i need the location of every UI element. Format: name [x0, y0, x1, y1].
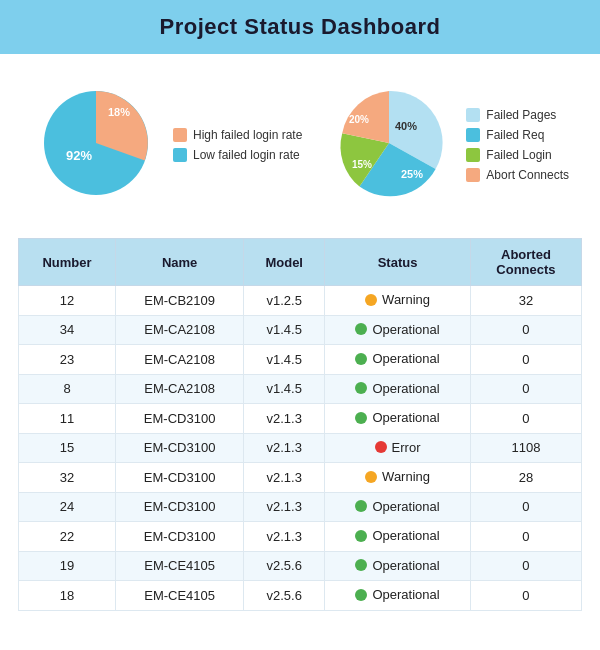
- cell-number: 24: [19, 492, 116, 522]
- cell-name: EM-CE4105: [116, 551, 244, 581]
- page-title: Project Status Dashboard: [0, 0, 600, 54]
- status-dot: [365, 471, 377, 483]
- status-label: Operational: [372, 351, 439, 366]
- cell-model: v2.1.3: [244, 522, 325, 552]
- table-row: 32 EM-CD3100 v2.1.3 Warning 28: [19, 463, 582, 493]
- status-dot: [355, 589, 367, 601]
- cell-name: EM-CD3100: [116, 404, 244, 434]
- cell-aborted: 1108: [470, 433, 581, 463]
- cell-name: EM-CD3100: [116, 433, 244, 463]
- cell-status: Operational: [325, 492, 471, 522]
- col-aborted: AbortedConnects: [470, 239, 581, 286]
- status-table: Number Name Model Status AbortedConnects…: [18, 238, 582, 611]
- col-model: Model: [244, 239, 325, 286]
- cell-number: 15: [19, 433, 116, 463]
- table-row: 23 EM-CA2108 v1.4.5 Operational 0: [19, 345, 582, 375]
- table-row: 24 EM-CD3100 v2.1.3 Operational 0: [19, 492, 582, 522]
- cell-aborted: 32: [470, 286, 581, 316]
- svg-text:25%: 25%: [401, 168, 423, 180]
- legend-label-low-failed: Low failed login rate: [193, 148, 300, 162]
- cell-name: EM-CE4105: [116, 581, 244, 611]
- cell-status: Warning: [325, 286, 471, 316]
- table-row: 18 EM-CE4105 v2.5.6 Operational 0: [19, 581, 582, 611]
- cell-number: 18: [19, 581, 116, 611]
- cell-name: EM-CA2108: [116, 315, 244, 345]
- col-name: Name: [116, 239, 244, 286]
- legend-item-failed-login: Failed Login: [466, 148, 569, 162]
- cell-model: v1.2.5: [244, 286, 325, 316]
- cell-status: Warning: [325, 463, 471, 493]
- status-dot: [355, 530, 367, 542]
- status-badge: Error: [375, 440, 421, 455]
- cell-aborted: 0: [470, 315, 581, 345]
- cell-model: v2.1.3: [244, 492, 325, 522]
- legend-label-abort-connects: Abort Connects: [486, 168, 569, 182]
- status-dot: [355, 382, 367, 394]
- left-chart-legend: High failed login rate Low failed login …: [173, 128, 302, 162]
- status-label: Warning: [382, 292, 430, 307]
- status-dot: [355, 500, 367, 512]
- cell-number: 23: [19, 345, 116, 375]
- cell-name: EM-CA2108: [116, 374, 244, 404]
- cell-name: EM-CD3100: [116, 492, 244, 522]
- left-chart-container: 18% 92% High failed login rate Low faile…: [31, 78, 302, 212]
- legend-item-high-failed: High failed login rate: [173, 128, 302, 142]
- cell-number: 11: [19, 404, 116, 434]
- cell-status: Operational: [325, 315, 471, 345]
- legend-item-abort-connects: Abort Connects: [466, 168, 569, 182]
- status-label: Error: [392, 440, 421, 455]
- table-row: 22 EM-CD3100 v2.1.3 Operational 0: [19, 522, 582, 552]
- legend-color-failed-login: [466, 148, 480, 162]
- legend-color-high-failed: [173, 128, 187, 142]
- col-number: Number: [19, 239, 116, 286]
- table-section: Number Name Model Status AbortedConnects…: [0, 228, 600, 629]
- cell-name: EM-CD3100: [116, 463, 244, 493]
- svg-text:40%: 40%: [395, 120, 417, 132]
- status-badge: Operational: [355, 528, 439, 543]
- status-dot: [355, 412, 367, 424]
- cell-name: EM-CD3100: [116, 522, 244, 552]
- legend-color-abort-connects: [466, 168, 480, 182]
- status-label: Operational: [372, 381, 439, 396]
- cell-model: v2.5.6: [244, 581, 325, 611]
- cell-aborted: 0: [470, 404, 581, 434]
- svg-text:20%: 20%: [349, 114, 369, 125]
- cell-status: Operational: [325, 345, 471, 375]
- cell-model: v1.4.5: [244, 374, 325, 404]
- legend-color-low-failed: [173, 148, 187, 162]
- cell-number: 8: [19, 374, 116, 404]
- status-dot: [355, 323, 367, 335]
- cell-status: Operational: [325, 551, 471, 581]
- cell-model: v2.5.6: [244, 551, 325, 581]
- cell-model: v2.1.3: [244, 433, 325, 463]
- status-label: Operational: [372, 528, 439, 543]
- status-badge: Warning: [365, 292, 430, 307]
- table-row: 34 EM-CA2108 v1.4.5 Operational 0: [19, 315, 582, 345]
- status-dot: [355, 559, 367, 571]
- legend-label-failed-pages: Failed Pages: [486, 108, 556, 122]
- cell-number: 12: [19, 286, 116, 316]
- legend-item-failed-pages: Failed Pages: [466, 108, 569, 122]
- cell-status: Operational: [325, 522, 471, 552]
- table-row: 11 EM-CD3100 v2.1.3 Operational 0: [19, 404, 582, 434]
- cell-aborted: 0: [470, 551, 581, 581]
- table-row: 15 EM-CD3100 v2.1.3 Error 1108: [19, 433, 582, 463]
- status-badge: Operational: [355, 587, 439, 602]
- legend-label-failed-req: Failed Req: [486, 128, 544, 142]
- legend-color-failed-pages: [466, 108, 480, 122]
- cell-status: Operational: [325, 404, 471, 434]
- cell-name: EM-CB2109: [116, 286, 244, 316]
- right-chart-legend: Failed Pages Failed Req Failed Login Abo…: [466, 108, 569, 182]
- legend-item-failed-req: Failed Req: [466, 128, 569, 142]
- cell-number: 34: [19, 315, 116, 345]
- status-label: Operational: [372, 558, 439, 573]
- cell-status: Operational: [325, 581, 471, 611]
- right-chart-container: 40% 25% 15% 20% Failed Pages Failed Req …: [324, 78, 569, 212]
- col-status: Status: [325, 239, 471, 286]
- table-row: 19 EM-CE4105 v2.5.6 Operational 0: [19, 551, 582, 581]
- cell-number: 32: [19, 463, 116, 493]
- cell-model: v1.4.5: [244, 315, 325, 345]
- legend-label-failed-login: Failed Login: [486, 148, 551, 162]
- cell-model: v1.4.5: [244, 345, 325, 375]
- status-badge: Operational: [355, 381, 439, 396]
